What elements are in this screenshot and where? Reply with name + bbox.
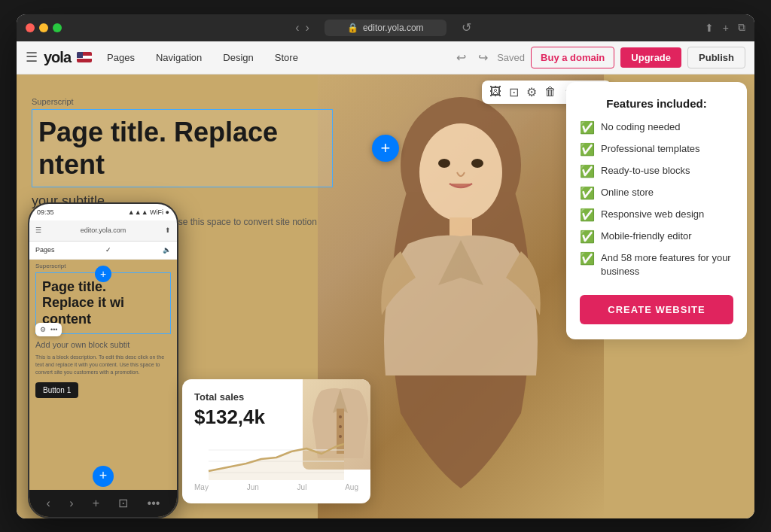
feature-item-2: ✅ Professional templates [580,142,733,157]
back-arrow[interactable]: ‹ [295,21,299,35]
duplicate-icon[interactable]: ⊡ [509,85,519,99]
feature-text-6: Mobile-friendly editor [601,230,692,243]
feature-text-5: Responsive web design [601,208,704,221]
menu-icon[interactable]: ☰ [26,49,38,65]
phone-menu-more-icon[interactable]: ••• [148,497,160,510]
phone-toolbar: ⚙ ••• [35,323,62,336]
phone-more-icon[interactable]: ••• [50,326,57,333]
browser-nav-arrows: ‹ › [295,21,309,35]
forward-arrow[interactable]: › [306,21,309,35]
url-text: editor.yola.com [363,23,424,33]
phone-add-icon[interactable]: + [93,497,99,510]
svg-point-7 [339,425,342,428]
navigation-nav[interactable]: Navigation [147,47,211,68]
store-nav[interactable]: Store [266,47,307,68]
phone-button1[interactable]: Button 1 [35,382,78,398]
phone-status-bar: 09:35 ▲▲▲ WiFi ● [29,204,177,220]
feature-item-7: ✅ And 58 more features for your business [580,251,733,278]
share-icon[interactable]: ⬆ [705,22,714,34]
phone-check-icon: ✓ [105,246,111,254]
check-icon-1: ✅ [580,120,595,135]
month-aug: Aug [345,483,358,491]
page-title: Page title. Replace [38,116,326,148]
url-bar[interactable]: 🔒 editor.yola.com [325,20,446,36]
toolbar-right: ↩ ↪ Saved Buy a domain Upgrade Publish [453,47,745,68]
check-icon-6: ✅ [580,230,595,244]
feature-item-4: ✅ Online store [580,186,733,200]
create-website-button[interactable]: CREATE WEBSITE [580,295,733,324]
feature-text-4: Online store [601,186,654,199]
superscript-label: Superscript [32,97,333,106]
undo-button[interactable]: ↩ [453,47,469,68]
upgrade-button[interactable]: Upgrade [620,47,681,68]
sales-chart [194,435,358,480]
feature-item-6: ✅ Mobile-friendly editor [580,230,733,244]
phone-back-icon[interactable]: ‹ [47,497,50,510]
title-bar: ‹ › 🔒 editor.yola.com ↺ ⬆ + ⧉ [17,14,754,41]
phone-add-button[interactable]: + [95,266,111,282]
chart-months: May Jun Jul Aug [194,483,358,491]
toolbar-nav: Pages Navigation Design Store [98,47,307,68]
page-title-box[interactable]: Page title. Replace ntent [32,109,333,187]
phone-bottom-add[interactable]: + [93,466,114,487]
phone-mockup: 09:35 ▲▲▲ WiFi ● ☰ editor.yola.com ⬆ Pag… [28,202,178,518]
buy-domain-button[interactable]: Buy a domain [531,47,614,68]
phone-pages-label: Pages [35,246,55,254]
phone-forward-icon[interactable]: › [69,497,73,510]
publish-button[interactable]: Publish [687,47,745,68]
minimize-button[interactable] [39,23,48,32]
svg-point-6 [339,415,342,418]
phone-settings-icon[interactable]: ⚙ [40,326,46,333]
check-icon-3: ✅ [580,164,595,178]
phone-window-icon[interactable]: ⊡ [118,496,128,510]
traffic-lights [26,23,62,32]
phone-pages-bar: Pages ✓ 🔈 [29,242,177,260]
browser-toolbar: ☰ yola Pages Navigation Design Store ↩ ↪… [17,41,754,74]
svg-point-1 [419,123,502,221]
phone-url: editor.yola.com [41,226,165,234]
phone-bottom-nav: ‹ › + ⊡ ••• [29,490,177,517]
feature-text-2: Professional templates [601,142,700,156]
maximize-button[interactable] [53,23,62,32]
features-panel: Features included: ✅ No coding needed ✅ … [566,82,747,339]
features-title: Features included: [580,97,733,110]
phone-url-bar: ☰ editor.yola.com ⬆ [29,220,177,242]
month-may: May [194,483,209,491]
phone-share-icon: ⬆ [165,226,171,234]
image-icon[interactable]: 🖼 [489,85,501,99]
phone-content: + ⚙ ••• Superscript Page title. Replace … [29,260,177,517]
phone-block-subtitle: Add your own block subtit [29,337,177,352]
svg-point-2 [438,159,450,168]
hero-background: Superscript Page title. Replace ntent yo… [17,74,754,518]
feature-item-5: ✅ Responsive web design [580,208,733,222]
flag-icon[interactable] [77,52,92,62]
page-title-cont: ntent [38,148,326,181]
feature-text-7: And 58 more features for your business [601,251,733,278]
settings-icon[interactable]: ⚙ [526,85,537,99]
mac-window: ‹ › 🔒 editor.yola.com ↺ ⬆ + ⧉ ☰ yola Pag… [17,14,754,518]
add-block-button[interactable]: + [372,135,399,162]
title-bar-icons: ⬆ + ⧉ [705,21,745,34]
sales-card: Total sales $132,4k May [182,379,370,503]
feature-text-1: No coding needed [601,120,681,134]
month-jul: Jul [297,483,307,491]
svg-point-3 [471,159,483,168]
redo-button[interactable]: ↪ [475,47,491,68]
duplicate-icon[interactable]: ⧉ [738,21,745,34]
new-tab-icon[interactable]: + [723,22,729,34]
check-icon-7: ✅ [580,251,595,266]
phone-signal: ▲▲▲ WiFi ● [128,208,169,216]
check-icon-2: ✅ [580,142,595,157]
delete-icon[interactable]: 🗑 [544,85,556,99]
yola-logo: yola [44,49,71,66]
refresh-icon[interactable]: ↺ [462,20,471,35]
chart-svg [194,435,358,480]
feature-item-1: ✅ No coding needed [580,120,733,135]
close-button[interactable] [26,23,35,32]
design-nav[interactable]: Design [214,47,262,68]
pages-nav[interactable]: Pages [98,47,144,68]
feature-item-3: ✅ Ready-to-use blocks [580,164,733,178]
phone-speaker-icon: 🔈 [163,246,171,254]
phone-menu-icon: ☰ [35,226,41,234]
month-jun: Jun [247,483,259,491]
